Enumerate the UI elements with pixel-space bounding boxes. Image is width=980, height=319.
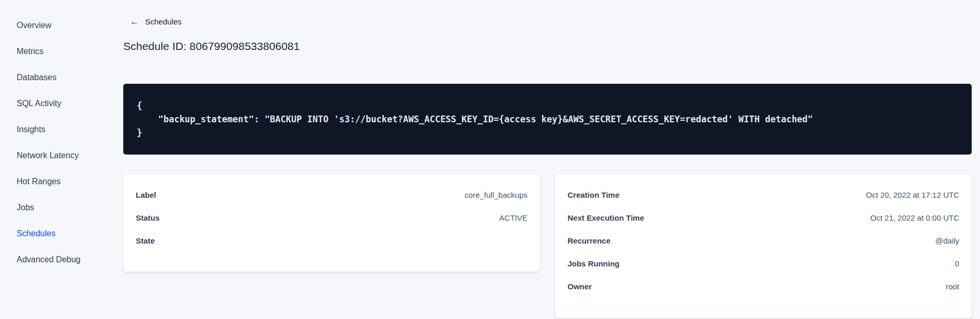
sidebar-item-schedules[interactable]: Schedules — [17, 229, 104, 238]
row-value: Oct 21, 2022 at 0:00 UTC — [870, 212, 959, 224]
row-label: Owner — [568, 281, 592, 292]
sidebar-item-network-latency[interactable]: Network Latency — [17, 151, 104, 160]
row-label: Recurrence — [568, 235, 611, 247]
detail-row-state: State — [136, 235, 527, 247]
sidebar-item-sql-activity[interactable]: SQL Activity — [17, 99, 104, 108]
sidebar-item-jobs[interactable]: Jobs — [17, 203, 104, 212]
row-label: Label — [136, 189, 156, 201]
row-label: Jobs Running — [568, 258, 620, 270]
sidebar-item-advanced-debug[interactable]: Advanced Debug — [17, 255, 104, 264]
detail-row-label: Label core_full_backups — [136, 189, 527, 201]
schedule-details-card: Label core_full_backups Status ACTIVE St… — [123, 174, 540, 272]
detail-row-creation-time: Creation Time Oct 20, 2022 at 17:12 UTC — [568, 189, 959, 201]
back-to-schedules-link[interactable]: ← Schedules — [130, 17, 182, 26]
row-label: State — [136, 235, 155, 247]
main-content: ← Schedules Schedule ID: 806799098533806… — [123, 0, 972, 318]
row-value: @daily — [935, 235, 959, 247]
row-value: ACTIVE — [499, 212, 527, 224]
detail-row-recurrence: Recurrence @daily — [568, 235, 959, 247]
sidebar-nav: Overview Metrics Databases SQL Activity … — [0, 0, 104, 319]
row-label: Status — [136, 212, 160, 224]
row-value: Oct 20, 2022 at 17:12 UTC — [866, 189, 959, 201]
row-value: 0 — [955, 258, 959, 270]
detail-row-next-execution-time: Next Execution Time Oct 21, 2022 at 0:00… — [568, 212, 959, 224]
sidebar-item-metrics[interactable]: Metrics — [17, 47, 104, 56]
sidebar-item-databases[interactable]: Databases — [17, 73, 104, 82]
back-link-label: Schedules — [145, 17, 182, 26]
back-arrow-icon: ← — [130, 17, 139, 26]
schedule-timing-card: Creation Time Oct 20, 2022 at 17:12 UTC … — [555, 174, 972, 318]
page-title: Schedule ID: 806799098533806081 — [123, 40, 972, 53]
sidebar-item-hot-ranges[interactable]: Hot Ranges — [17, 177, 104, 186]
detail-row-status: Status ACTIVE — [136, 212, 527, 224]
row-label: Next Execution Time — [568, 212, 644, 224]
row-value: root — [946, 281, 959, 292]
detail-row-owner: Owner root — [568, 281, 959, 292]
schedule-statement-code-block: { "backup_statement": "BACKUP INTO 's3:/… — [123, 84, 972, 155]
row-value: core_full_backups — [465, 189, 527, 201]
sidebar-item-overview[interactable]: Overview — [17, 21, 104, 30]
detail-row-jobs-running: Jobs Running 0 — [568, 258, 959, 270]
row-label: Creation Time — [568, 189, 620, 201]
summary-cards: Label core_full_backups Status ACTIVE St… — [123, 174, 972, 318]
sidebar-item-insights[interactable]: Insights — [17, 125, 104, 134]
